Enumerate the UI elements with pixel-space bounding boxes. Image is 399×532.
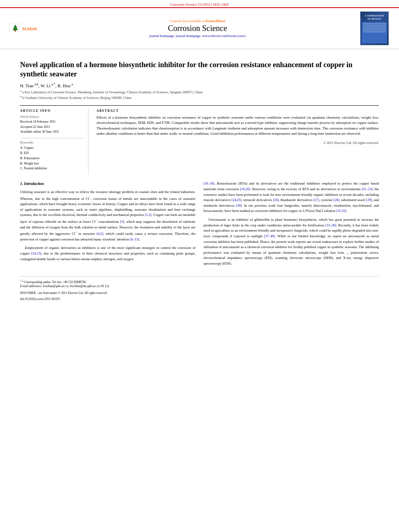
- received-date: Received 14 February 2011: [20, 119, 83, 125]
- email-note-text: E-mail addresses: liweihua@qdio.ac.cn, l…: [20, 284, 109, 288]
- footer-section: * * Corresponding author. Tel./fax: +86 …: [20, 276, 379, 301]
- cover-title-text: CORROSION SCIENCE: [362, 14, 387, 21]
- main-content: Novel application of a hormone biosynthe…: [0, 49, 399, 309]
- keyword-4: B. Weight loss: [20, 161, 83, 166]
- article-info-panel: ARTICLE INFO Article history: Received 1…: [20, 109, 88, 175]
- footer-right: [204, 279, 379, 289]
- journal-homepage: journal homepage: journal homepage: www.…: [43, 34, 352, 38]
- affiliation-b: b b Graduate University of Chinese Acade…: [20, 95, 379, 101]
- accepted-date: Accepted 22 June 2011: [20, 125, 83, 130]
- issn-text: 0010-9388/$ – see front matter © 2011 El…: [20, 291, 107, 295]
- body-columns: 1. Introduction Utilizing seawater is an…: [20, 181, 379, 269]
- right-column: [16–18]. Benzotriazole (BTA) and its der…: [204, 181, 379, 269]
- article-history: Article history: Received 14 February 20…: [20, 115, 83, 135]
- keyword-1: A. Copper: [20, 146, 83, 151]
- authors-line: H. Tian a,b, W. Li a,*, B. Hou a: [20, 82, 379, 88]
- keyword-2: B. EIS: [20, 151, 83, 156]
- cover-decoration-4: [363, 29, 386, 31]
- cover-image-area: [362, 22, 387, 43]
- abstract-text: Effects of a hormone biosynthetic inhibi…: [97, 115, 379, 137]
- journal-cover-image: CORROSION SCIENCE: [360, 11, 389, 45]
- publisher-logo-area: ELSEVIER: [6, 23, 39, 34]
- left-column: 1. Introduction Utilizing seawater is an…: [20, 181, 195, 269]
- abstract-heading: ABSTRACT: [97, 109, 379, 113]
- abstract-panel: ABSTRACT Effects of a hormone biosynthet…: [97, 109, 379, 175]
- journal-title: Corrosion Science: [43, 24, 352, 33]
- homepage-prefix: journal homepage:: [149, 34, 176, 38]
- affiliation-b-text: b Graduate University of Chinese Academy…: [23, 96, 132, 100]
- cover-decoration-1: [363, 23, 386, 25]
- keyword-5: C. Neutral inhibition: [20, 166, 83, 171]
- cover-decoration-2: [363, 25, 386, 27]
- cover-decoration-5: [363, 31, 386, 33]
- journal-ref-text: Corrosion Science 53 (2011) 3435–3445: [170, 2, 229, 6]
- email-note: E-mail addresses: liweihua@qdio.ac.cn, l…: [20, 284, 195, 288]
- sciencedirect-link: Contents lists available at ScienceDirec…: [43, 19, 352, 23]
- affiliation-a: a a Key Laboratory of Corrosion Science,…: [20, 89, 379, 95]
- footer-columns: * * Corresponding author. Tel./fax: +86 …: [20, 279, 379, 289]
- sciencedirect-prefix: Contents lists available at: [170, 19, 206, 23]
- corresponding-note-text: * Corresponding author. Tel./fax: +86 53…: [22, 280, 86, 283]
- right-para-1: [16–18]. Benzotriazole (BTA) and its der…: [204, 181, 379, 214]
- footer-left: * * Corresponding author. Tel./fax: +86 …: [20, 279, 195, 289]
- keywords-label: Keywords:: [20, 141, 83, 144]
- intro-para-2: Employment of organic derivatives as inh…: [20, 245, 195, 262]
- cover-decoration-3: [363, 27, 386, 29]
- doi-line: doi:10.1016/j.corsci.2011.06.025: [20, 297, 379, 301]
- svg-rect-3: [14, 30, 16, 31]
- info-divider: [20, 138, 83, 138]
- homepage-url: journal homepage: www.elsevier.com/locat…: [176, 34, 246, 38]
- intro-section-number: 1.: [20, 182, 23, 186]
- keywords-section: Keywords: A. Copper B. EIS B. Polarizati…: [20, 141, 83, 171]
- article-info-abstract: ARTICLE INFO Article history: Received 1…: [20, 105, 379, 175]
- corresponding-note: * * Corresponding author. Tel./fax: +86 …: [20, 279, 195, 284]
- history-label: Article history:: [20, 115, 83, 119]
- article-info-heading: ARTICLE INFO: [20, 109, 83, 113]
- article-title: Novel application of a hormone biosynthe…: [20, 60, 379, 79]
- intro-para-1: Utilizing seawater is an effective way t…: [20, 189, 195, 242]
- journal-title-area: Contents lists available at ScienceDirec…: [43, 19, 352, 38]
- copyright-notice: © 2011 Elsevier Ltd. All rights reserved…: [97, 141, 379, 145]
- intro-section-name: Introduction: [24, 182, 44, 186]
- affiliation-a-text: a Key Laboratory of Corrosion Science, S…: [22, 90, 203, 94]
- journal-cover-area: CORROSION SCIENCE: [356, 11, 393, 45]
- journal-reference: Corrosion Science 53 (2011) 3435–3445: [0, 0, 399, 7]
- issn-line: 0010-9388/$ – see front matter © 2011 El…: [20, 291, 379, 295]
- intro-section-title: 1. Introduction: [20, 181, 195, 187]
- available-date: Available online 30 June 2011: [20, 129, 83, 135]
- doi-text: doi:10.1016/j.corsci.2011.06.025: [20, 297, 60, 301]
- sciencedirect-brand: ScienceDirect: [206, 19, 225, 23]
- right-para-2: Uniconazole is an inhibitor of gibberell…: [204, 217, 379, 267]
- keyword-3: B. Polarization: [20, 156, 83, 161]
- elsevier-logo: ELSEVIER: [8, 23, 37, 34]
- svg-text:ELSEVIER: ELSEVIER: [23, 27, 37, 31]
- journal-header: ELSEVIER Contents lists available at Sci…: [0, 7, 399, 49]
- affiliations: a a Key Laboratory of Corrosion Science,…: [20, 89, 379, 100]
